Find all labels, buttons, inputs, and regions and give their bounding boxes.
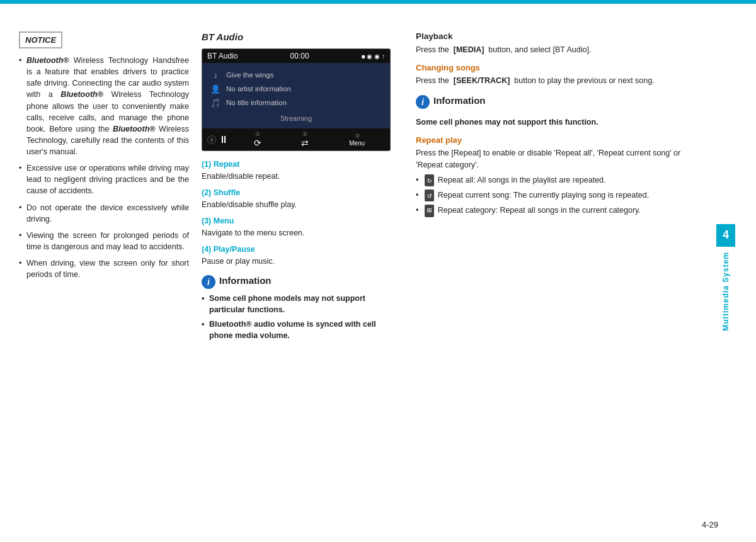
repeat-current-icon: ↺ <box>425 189 434 201</box>
bt-ctrl-slots: ① ⟳ ② ⇄ ③ Menu <box>234 131 385 148</box>
bt-title-text: No title information <box>226 99 287 106</box>
notice-box: NOTICE <box>19 31 62 48</box>
repeat-bullet-current: ↺ Repeat current song: The currently pla… <box>416 189 708 201</box>
info-bullet-1: Some cell phone models may not support p… <box>202 293 397 315</box>
info-box-1: i Information <box>202 275 397 289</box>
info-title-2: Information <box>433 95 486 106</box>
list-item: Viewing the screen for prolonged periods… <box>19 230 189 252</box>
repeat-category-icon: ⊞ <box>425 205 434 217</box>
playpause-label: (4) Play/Pause <box>202 245 397 254</box>
menu-label: (3) Menu <box>202 217 397 225</box>
repeat-bullet-all: ↻ Repeat all: All songs in the playlist … <box>416 174 708 186</box>
ctrl-num-2: ② <box>302 131 307 137</box>
bt-artist-row: 👤 No artist information <box>210 83 382 94</box>
bt-song-name: Give the wings <box>226 71 273 79</box>
sidebar-label: Multimedia System <box>721 252 730 331</box>
menu-desc: Navigate to the menu screen. <box>202 227 397 239</box>
repeat-label: (1) Repeat <box>202 160 397 169</box>
bt-song-row: ♪ Give the wings <box>210 69 382 81</box>
notice-list: Bluetooth® Wireless Technology Handsfree… <box>19 55 189 280</box>
middle-column: BT Audio BT Audio 00:00 ■ ◉ ◉ ↑ ♪ Give t… <box>202 31 410 523</box>
media-button-label: [MEDIA] <box>454 45 484 54</box>
info-title-1: Information <box>219 275 272 286</box>
info-row-2: i Information <box>416 95 486 109</box>
changing-songs-text: Press the [SEEK/TRACK] button to play th… <box>416 75 708 86</box>
right-column: Playback Press the [MEDIA] button, and s… <box>410 31 714 523</box>
bluetooth-icon: ♪ <box>210 69 221 81</box>
repeat-bullets-list: ↻ Repeat all: All songs in the playlist … <box>416 174 708 217</box>
bt-artist-text: No artist information <box>226 85 291 93</box>
bt-title-row: 🎵 No title information <box>210 97 382 108</box>
playback-text: Press the [MEDIA] button, and select [BT… <box>416 44 708 55</box>
left-column: NOTICE Bluetooth® Wireless Technology Ha… <box>19 31 202 523</box>
repeat-desc: Enable/disable repeat. <box>202 171 397 182</box>
list-item: Bluetooth® Wireless Technology Handsfree… <box>19 55 189 157</box>
bt-screen-header: BT Audio 00:00 ■ ◉ ◉ ↑ <box>202 49 390 63</box>
list-item: When driving, view the screen only for s… <box>19 257 189 280</box>
info-content-1: Some cell phone models may not support p… <box>202 293 397 342</box>
info-bullet-2: Bluetooth® audio volume is synced with c… <box>202 319 397 341</box>
bt-streaming-label: Streaming <box>210 115 382 122</box>
title-icon: 🎵 <box>210 97 221 108</box>
ctrl-num-3: ③ <box>355 133 360 139</box>
repeat-category-text: Repeat category: Repeat all songs in the… <box>438 206 641 215</box>
bt-header-left: BT Audio <box>207 52 238 60</box>
bt-audio-title: BT Audio <box>202 31 397 42</box>
bt-text-1: Bluetooth® Wireless Technology Handsfree… <box>26 56 189 156</box>
seek-track-label: [SEEK/TRACK] <box>454 76 510 85</box>
ctrl-slot-1: ① ⟳ <box>254 131 261 148</box>
sidebar-number: 4 <box>716 224 735 247</box>
page-sidebar: 4 Multimedia System <box>714 31 737 523</box>
repeat-play-heading: Repeat play <box>416 135 708 145</box>
repeat-all-text: Repeat all: All songs in the playlist ar… <box>438 176 606 184</box>
info-box-2: i Information <box>416 95 708 111</box>
ctrl-slot-2: ② ⇄ <box>301 131 309 148</box>
repeat-play-intro: Press the [Repeat] to enable or disable … <box>416 147 708 170</box>
bt-audio-screen: BT Audio 00:00 ■ ◉ ◉ ↑ ♪ Give the wings … <box>202 48 391 151</box>
info-icon-2: i <box>416 95 430 109</box>
repeat-ctrl-icon: ⟳ <box>254 138 261 148</box>
repeat-current-text: Repeat current song: The currently playi… <box>438 191 649 200</box>
top-bar <box>0 0 756 4</box>
playpause-desc: Pause or play music. <box>202 256 397 267</box>
list-item: Excessive use or operations while drivin… <box>19 162 189 196</box>
repeat-all-icon: ↻ <box>425 174 434 186</box>
artist-icon: 👤 <box>210 83 221 94</box>
shuffle-ctrl-icon: ⇄ <box>301 138 309 148</box>
shuffle-desc: Enable/disable shuffle play. <box>202 199 397 210</box>
info2-text: Some cell phones may not support this fu… <box>416 116 708 128</box>
playback-heading: Playback <box>416 31 708 41</box>
page-content: NOTICE Bluetooth® Wireless Technology Ha… <box>0 0 756 542</box>
page-number: 4-29 <box>702 520 718 529</box>
bluetooth-brand-2: Bluetooth® <box>60 90 103 99</box>
info-icon-1: i <box>202 275 215 289</box>
ctrl-num-1: ① <box>255 131 260 137</box>
ctrl-num-4: 4 <box>207 135 216 144</box>
repeat-bullet-category: ⊞ Repeat category: Repeat all songs in t… <box>416 205 708 217</box>
bt-screen-controls: 4 ⏸ ① ⟳ ② ⇄ ③ Menu <box>202 128 390 150</box>
changing-songs-heading: Changing songs <box>416 63 708 72</box>
bluetooth-brand-3: Bluetooth® <box>113 125 156 133</box>
ctrl-slot-3: ③ Menu <box>349 133 365 147</box>
bt-screen-body: ♪ Give the wings 👤 No artist information… <box>202 63 390 128</box>
list-item: Do not operate the device excessively wh… <box>19 202 189 225</box>
menu-ctrl-label: Menu <box>349 140 365 147</box>
bluetooth-brand: Bluetooth® <box>26 56 69 65</box>
shuffle-label: (2) Shuffle <box>202 188 397 197</box>
play-pause-ctrl: ⏸ <box>219 134 229 145</box>
bt-header-icons: ■ ◉ ◉ ↑ <box>362 53 385 60</box>
notice-label: NOTICE <box>25 35 56 45</box>
bt-header-center: 00:00 <box>290 52 309 60</box>
